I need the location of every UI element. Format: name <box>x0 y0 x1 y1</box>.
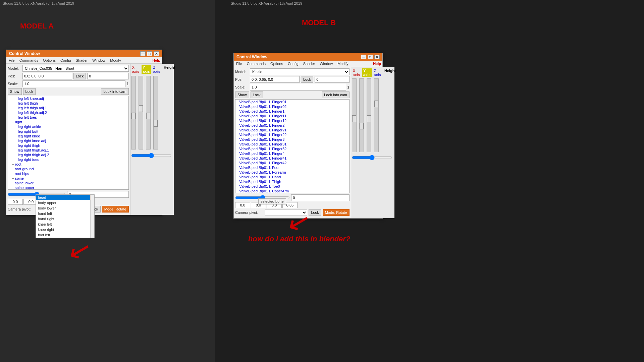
tree-item-b[interactable]: ValveBiped.Bip01 L Finger21 <box>235 128 349 132</box>
dropdown-item-a[interactable]: hand left <box>36 211 94 216</box>
tree-item-a[interactable]: leg right ankle <box>8 124 128 129</box>
cw-b-vslider-x[interactable] <box>352 78 357 152</box>
tree-item-a[interactable]: leg right toes <box>8 157 128 162</box>
cw-b-vslider-y[interactable] <box>359 78 364 152</box>
tree-item-a[interactable]: − root <box>8 162 128 167</box>
dropdown-item-a[interactable]: hand right <box>36 216 94 222</box>
menu-options-a[interactable]: Options <box>42 58 57 63</box>
cw-a-pos-input[interactable] <box>22 73 72 79</box>
tree-item-a[interactable]: root ground <box>8 167 128 171</box>
menu-modify-b[interactable]: Modify <box>336 61 349 66</box>
tree-item-b[interactable]: ValveBiped.Bip01 L Finger3 <box>235 137 349 142</box>
tree-item-b[interactable]: ValveBiped.Bip01 L Finger4 <box>235 151 349 156</box>
cw-a-look-cam-btn[interactable]: Look into cam <box>101 88 128 95</box>
cw-b-close[interactable]: ✕ <box>374 55 380 59</box>
cw-b-model-select[interactable]: Kinzie <box>250 68 350 75</box>
cw-a-close[interactable]: ✕ <box>154 51 159 56</box>
tree-item-a[interactable]: leg right knee.adj <box>8 138 128 143</box>
tree-item-a[interactable]: leg right thigh.adj.1 <box>8 148 128 153</box>
dropdown-item-a[interactable]: body upper <box>36 200 94 205</box>
menu-window-a[interactable]: Window <box>91 58 106 63</box>
tree-item-b[interactable]: ValveBiped.Bip01 L Hand <box>235 175 349 179</box>
menu-window-b[interactable]: Window <box>319 61 334 66</box>
menu-modify-a[interactable]: Modify <box>109 58 122 63</box>
cw-b-mode-btn[interactable]: Mode: Rotate <box>323 209 350 216</box>
dropdown-item-a[interactable]: knee left <box>36 222 94 227</box>
menu-commands-b[interactable]: Commands <box>246 61 267 66</box>
cw-a-hslider[interactable] <box>131 153 171 158</box>
menu-shader-a[interactable]: Shader <box>75 58 89 63</box>
tree-item-b[interactable]: ValveBiped.Bip01 L Thigh <box>235 179 349 184</box>
tree-item-b[interactable]: ValveBiped.Bip01 L UpperArm <box>235 189 349 193</box>
cw-b-lock2-btn[interactable]: Lock <box>251 92 263 98</box>
tree-item-a[interactable]: leg left knee.adj <box>8 96 128 101</box>
tree-item-b[interactable]: ValveBiped.Bip01 L Finger02 <box>235 104 349 109</box>
cw-b-vslider-h[interactable] <box>374 78 379 152</box>
cw-b-show-btn[interactable]: Show <box>235 92 249 98</box>
cw-b-hslider[interactable] <box>352 155 392 160</box>
dropdown-scrollbar[interactable] <box>90 195 94 238</box>
cw-b-val1[interactable] <box>235 202 250 208</box>
tree-item-b[interactable]: ValveBiped.Bip01 L Finger12 <box>235 118 349 123</box>
dropdown-item-a[interactable]: foot left <box>36 232 94 238</box>
cw-b-lock-btn[interactable]: Lock <box>301 76 313 83</box>
cw-a-lock-val[interactable] <box>87 73 128 79</box>
cw-a-vslider-x[interactable] <box>131 76 136 149</box>
cw-b-vslider-z[interactable] <box>367 78 371 152</box>
cw-b-pos-input[interactable] <box>250 76 300 83</box>
menu-help-a[interactable]: Help <box>152 58 160 62</box>
tree-item-b[interactable]: ValveBiped.Bip01 L Forearm <box>235 170 349 175</box>
tree-item-b[interactable]: ValveBiped.Bip01 L Finger2 <box>235 123 349 128</box>
cw-a-mode-btn[interactable]: Mode: Rotate <box>102 206 129 213</box>
tree-item-a[interactable]: leg right thigh.adj.2 <box>8 153 128 157</box>
menu-help-b[interactable]: Help <box>373 62 381 66</box>
tree-item-b[interactable]: ValveBiped.Bip01 L Finger42 <box>235 161 349 165</box>
menu-config-b[interactable]: Config <box>287 61 300 66</box>
cw-b-look-cam-btn[interactable]: Look into cam <box>322 92 349 98</box>
cw-a-vslider-z[interactable] <box>146 76 151 149</box>
tree-item-b[interactable]: ValveBiped.Bip01 L Finger31 <box>235 142 349 146</box>
tree-item-a[interactable]: spine lower <box>8 181 128 185</box>
tree-item-a[interactable]: leg right butt <box>8 129 128 134</box>
tree-item-a[interactable]: spine upper <box>8 185 128 190</box>
cw-a-vslider-h[interactable] <box>153 76 158 149</box>
cw-a-minimize[interactable]: — <box>140 51 146 56</box>
tree-item-a[interactable]: leg right knee <box>8 134 128 138</box>
tree-item-b[interactable]: ValveBiped.Bip01 L Finger22 <box>235 132 349 137</box>
tree-item-b[interactable]: ValveBiped.Bip01 L Finger01 <box>235 100 349 104</box>
cw-a-model-select[interactable]: Christie_Cos035 - Hair - Short <box>22 65 129 72</box>
cw-a-lock2-btn[interactable]: Lock <box>23 88 36 95</box>
tree-item-b[interactable]: ValveBiped.Bip01 L Finger1 <box>235 109 349 114</box>
tree-item-b[interactable]: ValveBiped.Bip01 L Finger32 <box>235 146 349 151</box>
tree-item-b[interactable]: ValveBiped.Bip01 L Finger41 <box>235 156 349 161</box>
cw-a-lock-btn[interactable]: Lock <box>73 73 86 79</box>
tree-item-b[interactable]: ValveBiped.Bip01 L Foot <box>235 165 349 170</box>
cw-a-show-btn[interactable]: Show <box>8 88 22 95</box>
tree-item-a[interactable]: leg left thigh.adj.1 <box>8 106 128 110</box>
dropdown-item-a[interactable]: head <box>36 195 94 200</box>
tree-item-b[interactable]: ValveBiped.Bip01 L Toe0 <box>235 184 349 189</box>
menu-options-b[interactable]: Options <box>269 61 284 66</box>
tree-item-a[interactable]: leg left thigh.adj.2 <box>8 110 128 115</box>
cw-b-tree[interactable]: ValveBiped.Bip01 L Finger01 ValveBiped.B… <box>235 99 350 193</box>
menu-shader-b[interactable]: Shader <box>302 61 316 66</box>
tree-item-a[interactable]: − right <box>8 120 128 124</box>
tree-item-a[interactable]: − spine <box>8 176 128 181</box>
cw-a-maximize[interactable]: □ <box>147 51 152 56</box>
cw-a-scale-input[interactable] <box>22 80 125 87</box>
menu-file-b[interactable]: File <box>235 61 243 66</box>
menu-commands-a[interactable]: Commands <box>18 58 39 63</box>
cw-b-minimize[interactable]: — <box>361 55 366 59</box>
cw-a-vslider-y[interactable] <box>139 76 143 149</box>
cw-a-val1[interactable] <box>8 199 23 205</box>
cw-b-maximize[interactable]: □ <box>368 55 373 59</box>
menu-config-a[interactable]: Config <box>59 58 72 63</box>
dropdown-item-a[interactable]: knee right <box>36 227 94 232</box>
cw-a-tree[interactable]: leg left knee.adj leg left thigh leg lef… <box>8 96 129 190</box>
dropdown-item-a[interactable]: body lower <box>36 205 94 211</box>
tree-item-a[interactable]: root hips <box>8 171 128 176</box>
cw-b-lock-val[interactable] <box>315 76 349 83</box>
tree-item-a[interactable]: leg left thigh <box>8 101 128 106</box>
cw-b-slider-val[interactable] <box>291 194 349 201</box>
tree-item-a[interactable]: leg left toes <box>8 115 128 120</box>
